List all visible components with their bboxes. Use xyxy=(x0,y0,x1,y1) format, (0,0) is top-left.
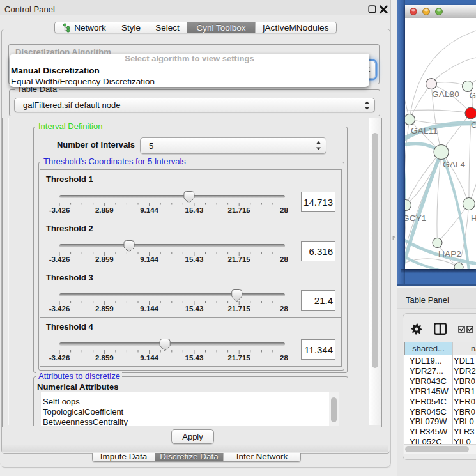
svg-text:GCY1: GCY1 xyxy=(405,213,427,223)
svg-text:GAL80: GAL80 xyxy=(432,89,459,99)
svg-text:C: C xyxy=(471,120,476,130)
svg-text:GAL4: GAL4 xyxy=(443,160,466,169)
svg-text:GA: GA xyxy=(470,91,476,100)
svg-text:GAL11: GAL11 xyxy=(411,126,438,135)
svg-text:HAP2: HAP2 xyxy=(438,249,461,259)
svg-text:H: H xyxy=(471,213,476,223)
